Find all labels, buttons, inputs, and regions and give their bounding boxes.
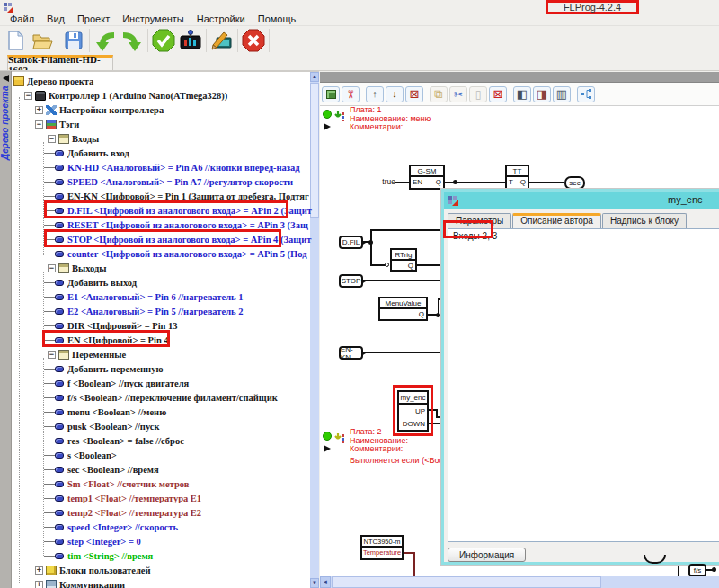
menu-project[interactable]: Проект (71, 13, 116, 24)
collapse-icon[interactable]: − (48, 135, 56, 143)
tag-stop[interactable]: STOP (339, 274, 363, 288)
tree-item[interactable]: −Входы (12, 131, 310, 146)
tab-block-caption[interactable]: Надпись к блоку (602, 213, 687, 228)
tree-item[interactable]: +Коммуникации (12, 577, 310, 588)
copy-button[interactable]: ⧉ (430, 86, 448, 102)
myenc-dialog[interactable]: my_enc Параметры Описание автора Надпись… (441, 189, 719, 565)
dialog-titlebar[interactable]: my_enc (444, 192, 719, 209)
expand-icon[interactable]: + (35, 106, 43, 114)
tab-author-description[interactable]: Описание автора (512, 213, 601, 228)
block-gsm[interactable]: G-SM ENQ (409, 165, 445, 190)
tree-item[interactable]: −Контроллер 1 (Arduino Nano(ATmega328)) (12, 88, 310, 102)
tree-item[interactable]: D.FIL <Цифровой из аналогового входа> = … (12, 203, 310, 218)
tree-item[interactable]: Sm <Float> //счетчик метров (12, 477, 310, 491)
branch-view-button[interactable] (577, 86, 595, 102)
tree-item[interactable]: Добавить переменную (12, 361, 310, 376)
board2-download-icon[interactable] (334, 432, 346, 448)
collapse-icon[interactable]: − (35, 120, 43, 129)
tree-item[interactable]: KN-HD <Аналоговый> = Pin A6 //кнопки впе… (12, 160, 310, 174)
scroll-down-icon[interactable]: ▼ (310, 578, 319, 588)
collapse-icon[interactable]: − (24, 92, 32, 100)
scroll-up-icon[interactable]: ▲ (310, 72, 319, 82)
tree-item[interactable]: SPEED <Аналоговый> = Pin A7 //регулятор … (12, 174, 310, 189)
tree-item[interactable]: STOP <Цифровой из аналогового входа> = A… (12, 232, 310, 246)
menu-settings[interactable]: Настройки (191, 13, 252, 24)
author-description-text[interactable]: Входы 2, 3 (448, 228, 719, 542)
board-editor-button[interactable] (209, 27, 235, 54)
collapse-arrow-icon[interactable] (3, 75, 9, 82)
tree-item[interactable]: RESET <Цифровой из аналогового входа> = … (12, 218, 310, 232)
paste-button[interactable]: ▯ (469, 86, 487, 102)
tree-item[interactable]: −Переменные (12, 347, 310, 361)
tree-item[interactable]: f/s <Boolean> //переключение филамент/сп… (12, 390, 310, 405)
tree-item[interactable]: E2 <Аналоговый> = Pin 5 //нагреватель 2 (12, 304, 310, 318)
tree-item[interactable]: EN <Цифровой> = Pin 4 (12, 333, 310, 347)
scheme-hscrollbar[interactable]: ◄ (320, 576, 719, 588)
tag-sec[interactable]: sec (564, 176, 585, 190)
tree-item[interactable]: pusk <Boolean> //пуск (12, 419, 310, 433)
scroll-left-icon[interactable]: ◄ (320, 576, 331, 588)
collapse-icon[interactable]: − (48, 351, 56, 359)
board1-pointer-icon[interactable] (324, 123, 331, 130)
block-rtrig[interactable]: RTrig Q (390, 248, 417, 272)
board1-download-icon[interactable] (334, 110, 346, 126)
tree-item[interactable]: temp1 <Float> //температура E1 (12, 491, 310, 505)
block-ntc[interactable]: NTC3950-m Temperature (360, 535, 404, 560)
tree-item[interactable]: counter <Цифровой из аналогового входа> … (12, 246, 310, 261)
block-myenc[interactable]: my_enc UP DOWN (397, 390, 429, 432)
add-plate-button[interactable] (322, 86, 340, 102)
tree-item[interactable]: −Тэги (12, 117, 310, 131)
tree-item[interactable]: res <Boolean> = false //сброс (12, 433, 310, 448)
delete-plate-2-button[interactable]: ◨ (533, 86, 551, 102)
menu-view[interactable]: Вид (40, 13, 71, 24)
tag-fs[interactable]: f/s (688, 564, 706, 576)
redo-button[interactable] (119, 27, 146, 54)
tree-scrollbar[interactable]: ▲ ▼ (310, 72, 319, 588)
tree-item[interactable]: sec <Boolean> //время (12, 462, 310, 477)
open-project-button[interactable] (29, 27, 56, 54)
info-button[interactable]: Информация (448, 548, 526, 562)
tree-item[interactable]: temp2 <Float> //температура E2 (12, 505, 310, 520)
tree-item[interactable]: EN-KN <Цифровой> = Pin 1 (Защита от дреб… (12, 189, 310, 203)
expand-icon[interactable]: + (35, 566, 43, 575)
tree-item[interactable]: E1 <Аналоговый> = Pin 6 //нагреватель 1 (12, 290, 310, 304)
menu-help[interactable]: Помощь (252, 13, 303, 24)
delete-selection-button[interactable]: ⊠ (489, 86, 507, 102)
tree-item[interactable]: DIR <Цифровой> = Pin 13 (12, 318, 310, 333)
scheme-header-bar[interactable] (320, 72, 719, 83)
collapse-icon[interactable]: − (48, 264, 56, 272)
tree-item[interactable]: speed <Integer> //скорость (12, 520, 310, 534)
cut-button[interactable]: ✂ (449, 86, 467, 102)
tree-item[interactable]: Добавить вход (12, 146, 310, 160)
delete-plate-button[interactable]: ⊠ (405, 86, 423, 102)
scheme-canvas[interactable]: Плата: 1 Наименование: меню Комментарии:… (320, 106, 719, 576)
scheme-hscrollbar-thumb[interactable] (332, 576, 601, 588)
tree-item[interactable]: step <Integer> = 0 (12, 534, 310, 548)
exit-button[interactable] (240, 27, 267, 54)
cut-plate-button[interactable]: ✂ (342, 86, 360, 102)
board2-pointer-icon[interactable] (324, 445, 331, 452)
tab-parameters[interactable]: Параметры (448, 213, 511, 228)
tree-item[interactable]: Добавить выход (12, 275, 310, 290)
tree-item[interactable]: Дерево проекта (12, 74, 310, 88)
tree-item[interactable]: +Блоки пользователей (12, 563, 310, 577)
tree-scrollbar-thumb[interactable] (310, 83, 319, 218)
tab-project[interactable]: Stanok-Filament-HD-1602 (7, 55, 113, 71)
menu-tools[interactable]: Инструменты (116, 13, 191, 24)
move-down-button[interactable]: ↓ (386, 86, 404, 102)
move-up-button[interactable]: ↑ (366, 86, 384, 102)
tree-item[interactable]: s <Boolean> (12, 448, 310, 462)
block-menuvalue[interactable]: MenuValue Q (378, 297, 428, 321)
tag-enkn[interactable]: EN-KN (339, 346, 363, 360)
monitor-button[interactable] (177, 27, 204, 54)
insert-plate-left-button[interactable]: ◧ (513, 86, 531, 102)
tree-item[interactable]: −Выходы (12, 261, 310, 275)
expand-icon[interactable]: + (35, 581, 43, 588)
tree-item[interactable]: f <Boolean> //пуск двигателя (12, 376, 310, 390)
tree-item[interactable]: menu <Boolean> //меню (12, 405, 310, 419)
tree-item[interactable]: tim <String> //время (12, 548, 310, 563)
block-tt[interactable]: TT TQ (505, 165, 529, 190)
tree-item[interactable]: +Настройки контроллера (12, 102, 310, 117)
save-project-button[interactable] (60, 27, 87, 54)
new-project-button[interactable] (2, 27, 29, 54)
